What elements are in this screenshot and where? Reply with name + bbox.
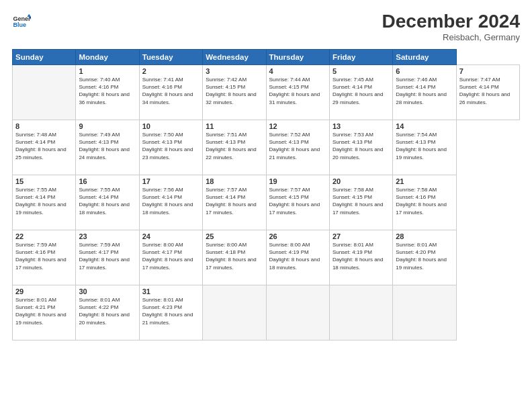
day-number: 30 [79,287,136,295]
calendar-day-cell: 7 Sunrise: 7:47 AM Sunset: 4:14 PM Dayli… [456,65,519,120]
calendar-day-cell: 10 Sunrise: 7:50 AM Sunset: 4:13 PM Dayl… [139,120,202,175]
day-info: Sunrise: 8:00 AM Sunset: 4:19 PM Dayligh… [269,241,326,271]
calendar-week-row: 15 Sunrise: 7:55 AM Sunset: 4:14 PM Dayl… [13,175,520,230]
day-number: 15 [15,177,73,185]
day-number: 26 [269,232,326,240]
day-number: 31 [142,287,200,295]
day-info: Sunrise: 7:57 AM Sunset: 4:14 PM Dayligh… [206,186,263,216]
day-info: Sunrise: 8:00 AM Sunset: 4:18 PM Dayligh… [206,241,263,271]
calendar-day-cell: 8 Sunrise: 7:48 AM Sunset: 4:14 PM Dayli… [13,120,76,175]
day-info: Sunrise: 7:41 AM Sunset: 4:16 PM Dayligh… [142,76,200,106]
day-number: 8 [15,122,73,130]
calendar-day-cell: 28 Sunrise: 8:01 AM Sunset: 4:20 PM Dayl… [393,230,456,285]
day-info: Sunrise: 7:57 AM Sunset: 4:15 PM Dayligh… [269,186,326,216]
day-info: Sunrise: 8:01 AM Sunset: 4:23 PM Dayligh… [142,296,200,326]
day-number: 13 [332,122,390,130]
calendar-page: General Blue December 2024 Reisbach, Ger… [0,0,532,411]
calendar-day-cell: 6 Sunrise: 7:46 AM Sunset: 4:14 PM Dayli… [393,65,456,120]
calendar-day-cell: 16 Sunrise: 7:55 AM Sunset: 4:14 PM Dayl… [76,175,139,230]
day-info: Sunrise: 7:59 AM Sunset: 4:16 PM Dayligh… [15,241,73,271]
calendar-day-cell: 27 Sunrise: 8:01 AM Sunset: 4:19 PM Dayl… [329,230,392,285]
svg-text:Blue: Blue [13,21,26,28]
day-number: 10 [142,122,200,130]
calendar-day-cell: 5 Sunrise: 7:45 AM Sunset: 4:14 PM Dayli… [329,65,392,120]
day-info: Sunrise: 7:47 AM Sunset: 4:14 PM Dayligh… [459,76,517,106]
day-number: 16 [79,177,136,185]
day-number: 2 [142,67,200,75]
day-of-week-header: Tuesday [139,50,202,65]
day-info: Sunrise: 7:45 AM Sunset: 4:14 PM Dayligh… [332,76,390,106]
title-block: December 2024 Reisbach, Germany [382,12,520,42]
day-number: 1 [79,67,136,75]
day-info: Sunrise: 7:52 AM Sunset: 4:13 PM Dayligh… [269,131,326,161]
calendar-day-cell: 29 Sunrise: 8:01 AM Sunset: 4:21 PM Dayl… [13,285,76,340]
day-info: Sunrise: 7:48 AM Sunset: 4:14 PM Dayligh… [15,131,73,161]
page-header: General Blue December 2024 Reisbach, Ger… [12,12,520,42]
calendar-day-cell [266,285,329,340]
day-number: 6 [396,67,453,75]
day-number: 9 [79,122,136,130]
day-of-week-header: Monday [76,50,139,65]
calendar-day-cell: 14 Sunrise: 7:54 AM Sunset: 4:13 PM Dayl… [393,120,456,175]
calendar-day-cell: 9 Sunrise: 7:49 AM Sunset: 4:13 PM Dayli… [76,120,139,175]
day-number: 11 [206,122,263,130]
day-info: Sunrise: 7:58 AM Sunset: 4:16 PM Dayligh… [396,186,453,216]
day-number: 14 [396,122,453,130]
day-number: 7 [459,67,517,75]
day-info: Sunrise: 8:01 AM Sunset: 4:21 PM Dayligh… [15,296,73,326]
day-number: 20 [332,177,390,185]
calendar-day-cell: 20 Sunrise: 7:58 AM Sunset: 4:15 PM Dayl… [329,175,392,230]
day-info: Sunrise: 8:00 AM Sunset: 4:17 PM Dayligh… [142,241,200,271]
day-number: 25 [206,232,263,240]
calendar-day-cell: 21 Sunrise: 7:58 AM Sunset: 4:16 PM Dayl… [393,175,456,230]
day-info: Sunrise: 7:54 AM Sunset: 4:13 PM Dayligh… [396,131,453,161]
month-year-title: December 2024 [382,12,520,31]
day-info: Sunrise: 7:58 AM Sunset: 4:15 PM Dayligh… [332,186,390,216]
day-info: Sunrise: 7:40 AM Sunset: 4:16 PM Dayligh… [79,76,136,106]
calendar-day-cell: 26 Sunrise: 8:00 AM Sunset: 4:19 PM Dayl… [266,230,329,285]
calendar-day-cell [13,65,76,120]
calendar-day-cell: 23 Sunrise: 7:59 AM Sunset: 4:17 PM Dayl… [76,230,139,285]
calendar-day-cell: 30 Sunrise: 8:01 AM Sunset: 4:22 PM Dayl… [76,285,139,340]
day-number: 12 [269,122,326,130]
calendar-day-cell: 2 Sunrise: 7:41 AM Sunset: 4:16 PM Dayli… [139,65,202,120]
day-number: 24 [142,232,200,240]
calendar-day-cell: 31 Sunrise: 8:01 AM Sunset: 4:23 PM Dayl… [139,285,202,340]
day-info: Sunrise: 7:49 AM Sunset: 4:13 PM Dayligh… [79,131,136,161]
day-number: 29 [15,287,73,295]
calendar-day-cell: 12 Sunrise: 7:52 AM Sunset: 4:13 PM Dayl… [266,120,329,175]
day-number: 3 [206,67,263,75]
day-info: Sunrise: 8:01 AM Sunset: 4:22 PM Dayligh… [79,296,136,326]
calendar-week-row: 8 Sunrise: 7:48 AM Sunset: 4:14 PM Dayli… [13,120,520,175]
day-number: 5 [332,67,390,75]
day-number: 28 [396,232,453,240]
calendar-day-cell: 15 Sunrise: 7:55 AM Sunset: 4:14 PM Dayl… [13,175,76,230]
calendar-day-cell: 1 Sunrise: 7:40 AM Sunset: 4:16 PM Dayli… [76,65,139,120]
calendar-week-row: 29 Sunrise: 8:01 AM Sunset: 4:21 PM Dayl… [13,285,520,340]
logo-icon: General Blue [12,12,31,31]
calendar-header-row: SundayMondayTuesdayWednesdayThursdayFrid… [13,50,520,65]
calendar-day-cell: 24 Sunrise: 8:00 AM Sunset: 4:17 PM Dayl… [139,230,202,285]
day-info: Sunrise: 7:55 AM Sunset: 4:14 PM Dayligh… [79,186,136,216]
day-number: 22 [15,232,73,240]
day-number: 4 [269,67,326,75]
calendar-week-row: 22 Sunrise: 7:59 AM Sunset: 4:16 PM Dayl… [13,230,520,285]
calendar-day-cell [329,285,392,340]
day-info: Sunrise: 7:46 AM Sunset: 4:14 PM Dayligh… [396,76,453,106]
calendar-week-row: 1 Sunrise: 7:40 AM Sunset: 4:16 PM Dayli… [13,65,520,120]
day-of-week-header: Wednesday [203,50,266,65]
calendar-day-cell [393,285,456,340]
day-number: 18 [206,177,263,185]
day-info: Sunrise: 8:01 AM Sunset: 4:19 PM Dayligh… [332,241,390,271]
calendar-day-cell: 22 Sunrise: 7:59 AM Sunset: 4:16 PM Dayl… [13,230,76,285]
calendar-table: SundayMondayTuesdayWednesdayThursdayFrid… [12,49,520,340]
day-number: 21 [396,177,453,185]
day-number: 23 [79,232,136,240]
day-number: 17 [142,177,200,185]
day-info: Sunrise: 7:55 AM Sunset: 4:14 PM Dayligh… [15,186,73,216]
day-info: Sunrise: 7:50 AM Sunset: 4:13 PM Dayligh… [142,131,200,161]
day-info: Sunrise: 7:51 AM Sunset: 4:13 PM Dayligh… [206,131,263,161]
calendar-day-cell: 19 Sunrise: 7:57 AM Sunset: 4:15 PM Dayl… [266,175,329,230]
calendar-day-cell: 25 Sunrise: 8:00 AM Sunset: 4:18 PM Dayl… [203,230,266,285]
day-number: 27 [332,232,390,240]
